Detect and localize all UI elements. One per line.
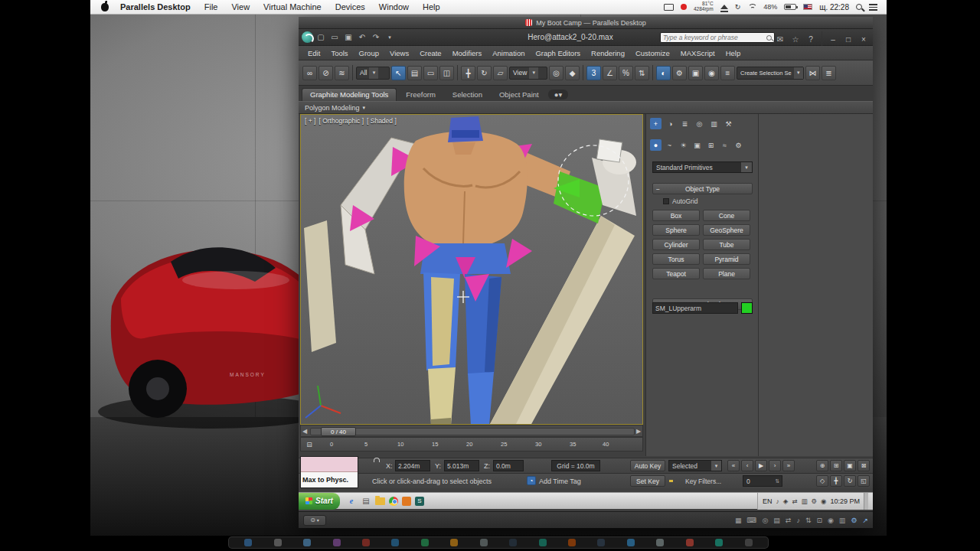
- geometry-category-icon[interactable]: ●: [650, 139, 662, 151]
- undo-icon[interactable]: ↶: [356, 31, 368, 44]
- maximize-viewport-icon[interactable]: ◱: [858, 475, 870, 487]
- primitive-button-sphere[interactable]: Sphere: [652, 224, 700, 236]
- dock-icon[interactable]: [656, 539, 664, 546]
- quick-access-caret-icon[interactable]: ▾: [384, 31, 396, 44]
- menu-devices[interactable]: Devices: [328, 2, 372, 11]
- select-and-link-icon[interactable]: ∞: [302, 66, 317, 80]
- maximize-icon[interactable]: □: [842, 33, 854, 45]
- modify-tab-icon[interactable]: ◑: [665, 118, 676, 129]
- key-filters-button[interactable]: Key Filters...: [685, 478, 721, 485]
- select-and-rotate-icon[interactable]: ↻: [477, 66, 492, 80]
- redo-icon[interactable]: ↷: [370, 31, 382, 44]
- infocenter-searchbox[interactable]: [660, 32, 775, 43]
- lights-category-icon[interactable]: ☀: [678, 139, 689, 151]
- network-icon[interactable]: ⇄: [792, 497, 797, 505]
- percent-snap-icon[interactable]: %: [619, 66, 633, 80]
- polygon-modeling-panel-label[interactable]: Polygon Modeling: [305, 104, 360, 112]
- max-taskbar-icon[interactable]: S: [415, 497, 424, 506]
- dock-icon[interactable]: [450, 539, 458, 546]
- primitive-button-pyramid[interactable]: Pyramid: [703, 253, 750, 265]
- menubar-clock[interactable]: щ. 22:28: [819, 3, 849, 11]
- dock-icon[interactable]: [539, 539, 547, 546]
- max-app-logo-icon[interactable]: [302, 31, 313, 43]
- z-coordinate-field[interactable]: 0.0m: [493, 460, 524, 471]
- menu-file[interactable]: File: [198, 2, 225, 11]
- device-printer-icon[interactable]: ⊡: [816, 517, 822, 524]
- primitive-button-plane[interactable]: Plane: [703, 268, 750, 279]
- spinner-snap-icon[interactable]: ⇅: [635, 66, 649, 80]
- menu-customize[interactable]: Customize: [631, 49, 675, 57]
- render-icon[interactable]: ◉: [704, 66, 719, 80]
- select-and-manipulate-icon[interactable]: ◆: [565, 66, 580, 80]
- input-language-flag-icon[interactable]: [803, 4, 812, 10]
- hierarchy-tab-icon[interactable]: ≣: [679, 118, 691, 129]
- auto-key-button[interactable]: Auto Key: [630, 460, 665, 471]
- zoom-extents-all-icon[interactable]: ⊠: [858, 460, 870, 471]
- dock-icon[interactable]: [597, 539, 605, 546]
- select-and-move-icon[interactable]: ╋: [461, 66, 475, 80]
- taskbar-clock[interactable]: 10:29 PM: [830, 497, 860, 505]
- systems-category-icon[interactable]: ⚙: [733, 139, 744, 151]
- chrome-icon[interactable]: [389, 497, 398, 506]
- menu-animation[interactable]: Animation: [488, 49, 529, 57]
- listener-macro-row[interactable]: [301, 457, 358, 472]
- display-tab-icon[interactable]: ▥: [708, 118, 720, 129]
- open-mini-curve-editor-icon[interactable]: ⊟: [304, 439, 315, 450]
- open-file-icon[interactable]: ▭: [328, 31, 341, 44]
- time-slider-handle[interactable]: 0 / 40: [321, 427, 356, 436]
- vm-power-button[interactable]: ⊙ ▾: [303, 515, 326, 526]
- dock-icon[interactable]: [715, 539, 723, 546]
- object-type-rollout[interactable]: − Object Type: [652, 183, 753, 194]
- help-icon[interactable]: ?: [805, 33, 817, 45]
- tray-device-icon[interactable]: ◉: [821, 497, 826, 505]
- use-pivot-center-icon[interactable]: ◎: [549, 66, 564, 80]
- frame-back-icon[interactable]: ◀: [301, 428, 309, 435]
- wifi-icon[interactable]: [747, 4, 756, 11]
- primitive-button-cone[interactable]: Cone: [703, 210, 750, 221]
- ribbon-options-icon[interactable]: ●▾: [548, 90, 569, 99]
- dock-icon[interactable]: [391, 539, 399, 546]
- dock-icon-trash[interactable]: [745, 539, 753, 546]
- tray-settings-icon[interactable]: ⚙: [811, 497, 817, 505]
- add-time-tag-icon[interactable]: ◔: [527, 476, 536, 485]
- helpers-category-icon[interactable]: ⊞: [705, 139, 717, 151]
- communication-center-icon[interactable]: ✉: [774, 33, 786, 45]
- next-frame-icon[interactable]: ›: [769, 460, 781, 471]
- dock-icon[interactable]: [509, 539, 517, 546]
- internet-explorer-icon[interactable]: e: [346, 496, 357, 507]
- viewport[interactable]: [ + ] [ Orthographic ] [ Shaded ]: [300, 114, 643, 425]
- menu-help[interactable]: Help: [721, 49, 746, 57]
- tab-object-paint[interactable]: Object Paint: [492, 89, 547, 101]
- material-editor-icon[interactable]: ◐: [656, 66, 671, 80]
- menu-views[interactable]: Views: [385, 49, 413, 57]
- security-icon[interactable]: ◈: [783, 497, 789, 505]
- dock-icon[interactable]: [274, 539, 282, 546]
- utilities-tab-icon[interactable]: ⚒: [723, 118, 734, 129]
- folder-icon[interactable]: [375, 497, 385, 505]
- dock-icon[interactable]: [362, 539, 370, 546]
- battery-icon[interactable]: [784, 4, 796, 10]
- orbit-icon[interactable]: ↻: [844, 475, 856, 487]
- save-file-icon[interactable]: ▣: [342, 31, 354, 44]
- key-mode-dropdown[interactable]: Selected ▾: [668, 460, 722, 471]
- new-file-icon[interactable]: ▢: [315, 31, 327, 44]
- current-frame-field[interactable]: 0 ⇅: [743, 475, 782, 487]
- pan-icon[interactable]: ╋: [830, 475, 842, 487]
- menu-edit[interactable]: Edit: [303, 49, 325, 57]
- eject-icon[interactable]: [720, 5, 728, 9]
- device-usb-icon[interactable]: ⇅: [805, 517, 812, 524]
- apple-menu-icon[interactable]: [101, 3, 109, 11]
- parallels-titlebar[interactable]: My Boot Camp — Parallels Desktop: [299, 17, 873, 29]
- snap-toggle-icon[interactable]: 3: [586, 66, 601, 80]
- go-to-end-icon[interactable]: »: [782, 460, 795, 471]
- unlink-selection-icon[interactable]: ⊘: [318, 66, 333, 80]
- time-slider[interactable]: ◀ 0 / 40 ▶: [300, 425, 643, 437]
- autogrid-checkbox[interactable]: [663, 198, 669, 204]
- device-shared-icon[interactable]: ▥: [839, 517, 846, 524]
- select-and-scale-icon[interactable]: ▱: [493, 66, 508, 80]
- display-status-icon[interactable]: [664, 4, 674, 11]
- select-object-icon[interactable]: ↖: [391, 66, 406, 80]
- viewport-menu-plus[interactable]: [ + ]: [305, 117, 315, 125]
- tab-freeform[interactable]: Freeform: [398, 89, 443, 101]
- menu-create[interactable]: Create: [415, 49, 446, 57]
